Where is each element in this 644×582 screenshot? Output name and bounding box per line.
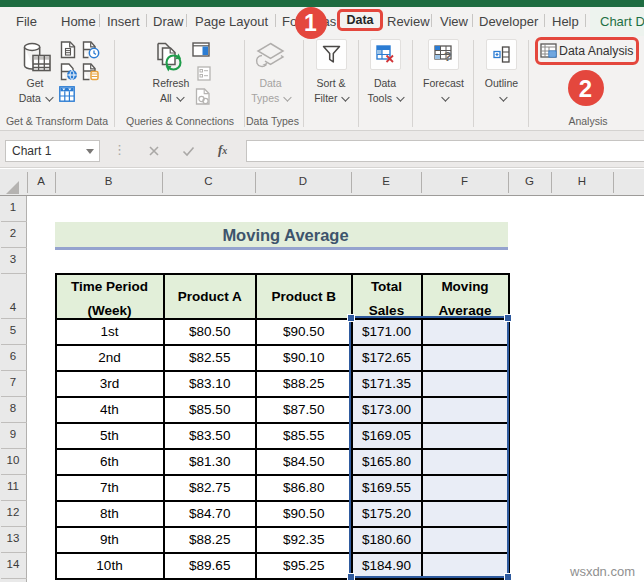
svg-text:?: ? xyxy=(444,49,452,63)
